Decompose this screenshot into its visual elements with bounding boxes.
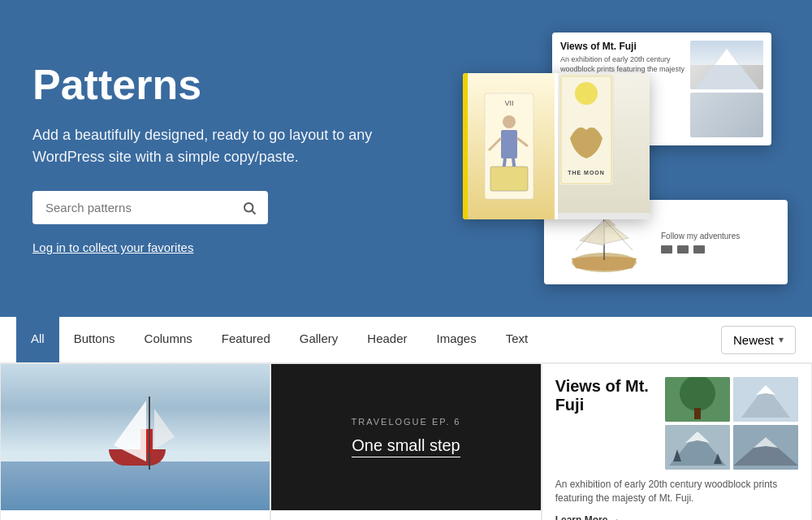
tarot-card-2: THE MOON	[558, 73, 650, 219]
tarot-card-1: VII	[463, 73, 555, 219]
search-icon	[242, 201, 257, 215]
twitter-icon	[677, 245, 689, 254]
tab-buttons[interactable]: Buttons	[59, 317, 130, 362]
hero-description: Add a beautifully designed, ready to go …	[32, 124, 406, 168]
card2-right: Follow my adventures	[661, 232, 776, 254]
fuji-photo-winter	[665, 425, 730, 470]
moon-card-svg: THE MOON	[558, 73, 615, 187]
svg-rect-9	[501, 130, 517, 158]
sailboat-mast	[149, 396, 150, 470]
tab-featured[interactable]: Featured	[207, 317, 285, 362]
fuji-mountain-svg	[733, 377, 798, 422]
tab-images[interactable]: Images	[422, 317, 491, 362]
tarot-figure-svg: VII	[481, 89, 538, 203]
tab-columns[interactable]: Columns	[130, 317, 207, 362]
sailboat-illustration	[1, 364, 270, 510]
tab-header[interactable]: Header	[352, 317, 421, 362]
svg-point-0	[244, 203, 253, 212]
search-input[interactable]	[34, 193, 232, 223]
patterns-grid: TRAVELOGUE EP. 6 One small step Views of…	[0, 363, 812, 520]
travelogue-episode: TRAVELOGUE EP. 6	[352, 417, 461, 427]
svg-point-8	[503, 115, 516, 128]
svg-text:VII: VII	[504, 99, 513, 107]
card1-image-top	[690, 41, 763, 89]
mt-fuji-photos	[665, 377, 798, 470]
login-link[interactable]: Log in to collect your favorites	[32, 240, 193, 254]
card1-title: Views of Mt. Fuji	[560, 41, 685, 52]
hero-content: Patterns Add a beautifully designed, rea…	[32, 62, 406, 255]
sort-label: Newest	[733, 333, 774, 347]
pattern-card-sailboat[interactable]	[0, 363, 270, 520]
ship-svg	[555, 210, 653, 275]
fuji-dusk-svg	[733, 425, 798, 470]
fuji-row-2	[665, 425, 798, 470]
sailboat-sail-fore	[154, 409, 175, 449]
learn-more-link[interactable]: Learn More →	[555, 514, 620, 520]
fuji-winter-svg	[665, 425, 730, 470]
svg-point-16	[575, 82, 598, 105]
fuji-tree-svg	[665, 377, 730, 422]
mt-fuji-header: Views of Mt. Fuji	[555, 377, 798, 470]
sailboat-sail-main	[114, 401, 146, 462]
chevron-down-icon: ▾	[779, 334, 784, 345]
tab-all[interactable]: All	[16, 317, 59, 362]
hero-images: Views of Mt. Fuji An exhibition of early…	[438, 32, 780, 284]
search-bar	[32, 191, 268, 224]
svg-text:THE MOON: THE MOON	[568, 170, 605, 176]
travelogue-title: One small step	[352, 436, 460, 457]
filter-tabs: All Buttons Columns Featured Gallery Hea…	[16, 317, 721, 362]
svg-point-20	[680, 377, 715, 411]
pattern-card-travelogue[interactable]: TRAVELOGUE EP. 6 One small step	[270, 363, 541, 520]
tab-text[interactable]: Text	[491, 317, 543, 362]
card1-image-bottom	[690, 93, 763, 137]
filter-bar: All Buttons Columns Featured Gallery Hea…	[0, 317, 812, 363]
mt-fuji-desc: An exhibition of early 20th century wood…	[555, 478, 798, 505]
mt-fuji-title: Views of Mt. Fuji	[555, 377, 657, 470]
fuji-photo-tree	[665, 377, 730, 422]
svg-line-1	[252, 210, 255, 214]
fuji-photo-mountain	[733, 377, 798, 422]
hero-card-tarot: VII	[463, 73, 650, 219]
sort-dropdown[interactable]: Newest ▾	[721, 326, 796, 354]
svg-rect-21	[694, 408, 701, 419]
tab-gallery[interactable]: Gallery	[285, 317, 353, 362]
card2-tagline: Follow my adventures	[661, 232, 776, 240]
email-icon	[661, 245, 672, 254]
travelogue-illustration: TRAVELOGUE EP. 6 One small step	[271, 364, 540, 510]
card2-social-icons	[661, 245, 776, 254]
pattern-card-mt-fuji[interactable]: Views of Mt. Fuji	[542, 363, 812, 520]
fuji-row-1	[665, 377, 798, 422]
water-layer	[1, 462, 270, 510]
page-title: Patterns	[32, 62, 406, 108]
svg-rect-14	[490, 167, 528, 191]
search-button[interactable]	[232, 194, 266, 222]
facebook-icon	[693, 245, 705, 254]
ship-illustration	[555, 210, 653, 275]
fuji-photo-dusk	[733, 425, 798, 470]
hero-section: Patterns Add a beautifully designed, rea…	[0, 0, 812, 317]
